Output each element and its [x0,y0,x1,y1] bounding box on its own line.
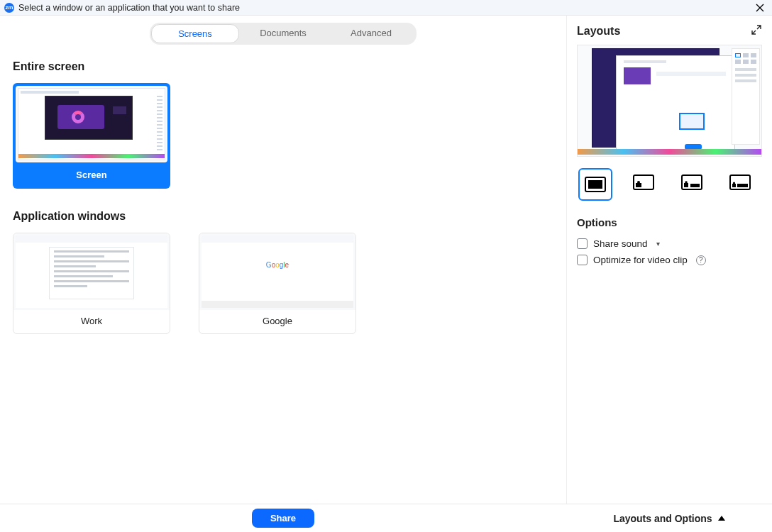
svg-rect-1 [588,180,602,189]
optimize-video-checkbox[interactable] [577,255,588,265]
svg-point-4 [637,181,640,184]
app-card-google-label: Google [199,310,355,333]
screen-thumb [16,86,167,162]
layouts-title: Layouts [577,25,620,38]
screen-card-row: Screen [13,83,553,189]
layout-mode-pip-br-small[interactable] [675,168,709,196]
footer-left: Share [0,509,566,528]
expand-icon[interactable] [751,24,762,38]
main-area: Screens Documents Advanced Entire screen… [0,16,566,504]
layout-preview [577,45,762,157]
footer: Share Layouts and Options [0,504,772,532]
app-card-work[interactable]: Work [13,233,170,334]
layout-mode-full[interactable] [578,168,612,201]
share-sound-checkbox[interactable] [577,238,588,249]
section-entire-screen: Entire screen [13,60,553,73]
google-thumb: Google [199,233,355,310]
section-app-windows: Application windows [13,210,553,223]
tab-strip: Screens Documents Advanced [150,23,417,45]
option-share-sound[interactable]: Share sound ▾ [577,235,762,252]
titlebar: zm Select a window or an application tha… [0,0,772,16]
svg-rect-12 [737,184,748,187]
sidebar-header: Layouts [577,24,762,38]
optimize-video-label: Optimize for video clip [593,255,688,265]
layout-icons [577,167,762,212]
tab-advanced[interactable]: Advanced [327,24,415,43]
svg-rect-10 [732,184,736,187]
svg-rect-6 [684,183,688,187]
svg-point-7 [685,181,688,184]
layouts-options-toggle[interactable]: Layouts and Options [566,513,772,524]
work-thumb [13,233,170,310]
tab-strip-container: Screens Documents Advanced [13,23,553,45]
app-card-work-label: Work [13,310,170,333]
svg-rect-8 [690,184,700,187]
chevron-down-icon[interactable]: ▾ [656,240,660,248]
sidebar: Layouts [566,16,772,504]
layouts-options-label: Layouts and Options [613,513,712,524]
option-optimize-video[interactable]: Optimize for video clip ? [577,252,762,268]
screen-card[interactable]: Screen [13,83,170,189]
options-title: Options [577,216,762,228]
svg-point-11 [733,182,735,184]
tab-documents[interactable]: Documents [239,24,327,43]
app-card-row: Work Google Google [13,233,553,334]
screen-card-label: Screen [13,162,170,189]
share-sound-label: Share sound [593,238,648,249]
layout-mode-pip-br-wide[interactable] [723,168,757,196]
tab-screens[interactable]: Screens [151,24,239,43]
layout-mode-pip-bl[interactable] [627,168,661,196]
triangle-up-icon [718,516,725,521]
close-icon[interactable] [752,0,768,16]
app-icon: zm [4,3,14,13]
help-icon[interactable]: ? [696,255,706,265]
app-card-google[interactable]: Google Google [199,233,356,334]
title-text: Select a window or an application that y… [18,3,240,13]
share-button[interactable]: Share [252,509,314,528]
